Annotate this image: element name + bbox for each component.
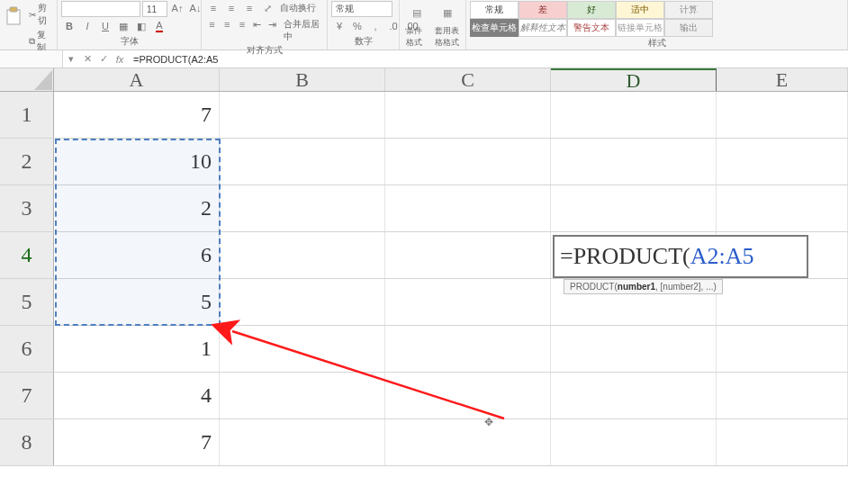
conditional-format-label: 条件格式	[403, 24, 430, 50]
align-bottom-button[interactable]: ≡	[241, 1, 257, 15]
row-header[interactable]: 4	[0, 232, 54, 278]
align-center-button[interactable]: ≡	[221, 17, 234, 32]
cellstyle-explain[interactable]: 解释性文本	[519, 19, 567, 37]
cell-C3[interactable]	[385, 185, 551, 231]
cell-B1[interactable]	[220, 92, 385, 138]
cell-D8[interactable]	[551, 419, 717, 465]
align-left-button[interactable]: ≡	[205, 17, 219, 32]
cell-C4[interactable]	[385, 232, 551, 278]
row-header[interactable]: 3	[0, 185, 54, 231]
row-header[interactable]: 6	[0, 326, 54, 372]
indent-dec-button[interactable]: ⇤	[250, 17, 264, 32]
orientation-button[interactable]: ⤢	[259, 1, 275, 15]
ribbon-group-styles: 常规 差 好 适中 计算 检查单元格 解释性文本 警告文本 链接单元格 输出 样…	[466, 0, 848, 50]
grow-font-button[interactable]: A↑	[169, 1, 185, 15]
editing-cell-d4[interactable]: =PRODUCT(A2:A5	[553, 235, 808, 278]
cell-D7[interactable]	[551, 373, 717, 418]
cellstyle-calc[interactable]: 计算	[664, 1, 713, 19]
underline-button[interactable]: U	[97, 19, 113, 33]
cell-E2[interactable]	[717, 139, 848, 184]
fill-color-button[interactable]: ◧	[133, 19, 149, 33]
cellstyle-neutral[interactable]: 适中	[616, 1, 664, 19]
italic-button[interactable]: I	[79, 19, 95, 33]
cell-B5[interactable]	[220, 279, 385, 325]
align-top-button[interactable]: ≡	[205, 1, 221, 15]
cut-button[interactable]: ✂剪切	[26, 1, 53, 28]
row-header[interactable]: 1	[0, 92, 54, 138]
cell-A7[interactable]: 4	[54, 373, 220, 418]
cell-B3[interactable]	[220, 185, 385, 231]
name-box[interactable]	[0, 50, 63, 68]
cellstyle-check[interactable]: 检查单元格	[470, 19, 519, 37]
comma-button[interactable]: ,	[367, 19, 383, 33]
insert-function-button[interactable]: fx	[112, 54, 128, 65]
wrap-text-button[interactable]: 自动换行	[277, 1, 319, 15]
cell-B6[interactable]	[220, 326, 385, 372]
tooltip-fn: PRODUCT	[570, 282, 614, 292]
formula-input[interactable]: =PRODUCT(A2:A5	[128, 54, 848, 65]
cell-D2[interactable]	[551, 139, 717, 184]
font-size-select[interactable]: 11	[142, 1, 167, 17]
cell-E7[interactable]	[717, 373, 848, 418]
select-all-corner[interactable]	[0, 68, 54, 91]
cellstyle-bad[interactable]: 差	[519, 1, 567, 19]
cellstyle-warning[interactable]: 警告文本	[567, 19, 616, 37]
paste-button[interactable]	[4, 1, 24, 33]
column-header-E[interactable]: E	[717, 68, 848, 91]
table-row: 6 1	[0, 326, 848, 373]
merge-center-button[interactable]: 合并后居中	[281, 17, 323, 44]
currency-button[interactable]: ¥	[331, 19, 347, 33]
row-header[interactable]: 8	[0, 419, 54, 465]
border-button[interactable]: ▦	[115, 19, 131, 33]
cell-A6[interactable]: 1	[54, 326, 220, 372]
cell-B8[interactable]	[220, 419, 385, 465]
cell-A4[interactable]: 6	[54, 232, 220, 278]
cell-E1[interactable]	[717, 92, 848, 138]
cell-C5[interactable]	[385, 279, 551, 325]
column-header-B[interactable]: B	[220, 68, 385, 91]
column-header-A[interactable]: A	[54, 68, 220, 91]
cell-C2[interactable]	[385, 139, 551, 184]
column-header-D[interactable]: D	[551, 68, 717, 91]
cell-A5[interactable]: 5	[54, 279, 220, 325]
cell-C7[interactable]	[385, 373, 551, 418]
cell-E6[interactable]	[717, 326, 848, 372]
bold-button[interactable]: B	[61, 19, 77, 33]
formula-dropdown-icon[interactable]: ▾	[63, 53, 79, 65]
row-header[interactable]: 7	[0, 373, 54, 418]
column-header-C[interactable]: C	[385, 68, 551, 91]
cell-D1[interactable]	[551, 92, 717, 138]
cell-A2[interactable]: 10	[54, 139, 220, 184]
cell-E8[interactable]	[717, 419, 848, 465]
cellstyle-normal[interactable]: 常规	[470, 1, 519, 19]
font-name-select[interactable]	[61, 1, 140, 17]
cell-B2[interactable]	[220, 139, 385, 184]
cell-E3[interactable]	[717, 185, 848, 231]
cellstyle-output[interactable]: 输出	[664, 19, 713, 37]
cellstyle-link[interactable]: 链接单元格	[616, 19, 664, 37]
indent-inc-button[interactable]: ⇥	[266, 17, 279, 32]
cell-B4[interactable]	[220, 232, 385, 278]
cell-D3[interactable]	[551, 185, 717, 231]
cell-A3[interactable]: 2	[54, 185, 220, 231]
cell-E5[interactable]	[717, 279, 848, 325]
align-middle-button[interactable]: ≡	[223, 1, 239, 15]
percent-button[interactable]: %	[349, 19, 365, 33]
row-header[interactable]: 2	[0, 139, 54, 184]
row-header[interactable]: 5	[0, 279, 54, 325]
cellstyle-good[interactable]: 好	[567, 1, 616, 19]
conditional-format-button[interactable]: ▤	[403, 1, 430, 24]
cell-B7[interactable]	[220, 373, 385, 418]
font-color-button[interactable]: A	[151, 19, 167, 33]
cell-A1[interactable]: 7	[54, 92, 220, 138]
format-as-table-button[interactable]: ▦	[434, 1, 461, 24]
formula-enter-button[interactable]: ✓	[95, 53, 112, 65]
number-format-select[interactable]: 常规	[331, 1, 392, 17]
formula-cancel-button[interactable]: ✕	[79, 53, 95, 65]
cell-D6[interactable]	[551, 326, 717, 372]
cell-C6[interactable]	[385, 326, 551, 372]
cell-C8[interactable]	[385, 419, 551, 465]
cell-C1[interactable]	[385, 92, 551, 138]
cell-A8[interactable]: 7	[54, 419, 220, 465]
align-right-button[interactable]: ≡	[236, 17, 249, 32]
